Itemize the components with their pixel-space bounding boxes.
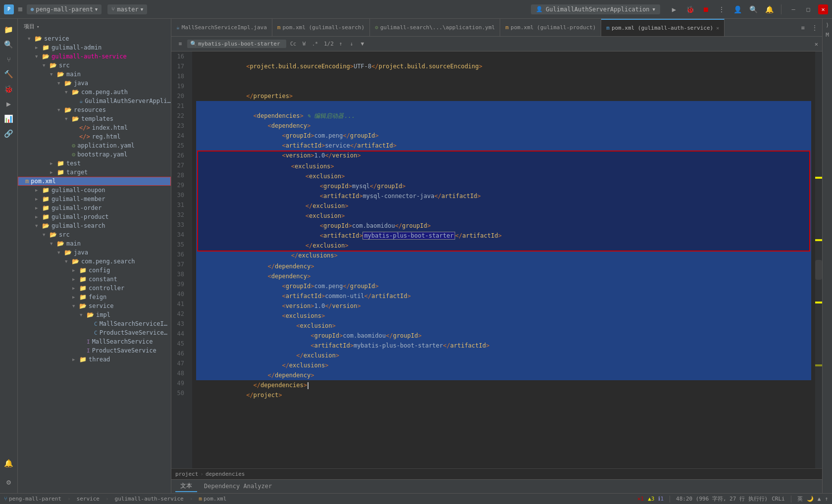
tree-item-constant[interactable]: ▶ 📁 constant: [18, 275, 171, 284]
status-arrow-icon[interactable]: ↑: [825, 496, 828, 502]
tab-pom-gulimall-auth-service[interactable]: m pom.xml (gulimall-auth-service) ✕: [601, 19, 725, 36]
tab-mall-search-service-impl[interactable]: ☕ MallSearchServiceImpl.java: [171, 19, 272, 36]
tree-item-index-html[interactable]: </> index.html: [18, 123, 171, 132]
branch-selector[interactable]: ⑂ master ▼: [107, 4, 147, 14]
hamburger-menu[interactable]: ≡: [18, 4, 23, 14]
tree-item-reg-html[interactable]: </> reg.html: [18, 132, 171, 141]
tree-item-mall-search-service[interactable]: I MallSearchService: [18, 337, 171, 346]
tree-item-gulimall-coupon[interactable]: ▶ 📁 gulimall-coupon: [18, 186, 171, 195]
debug-button[interactable]: 🐞: [684, 3, 696, 15]
tree-item-controller[interactable]: ▶ 📁 controller: [18, 284, 171, 293]
code-editor[interactable]: <project.build.sourceEncoding>UTF-8</pro…: [192, 51, 815, 468]
close-button[interactable]: ✕: [818, 4, 828, 14]
tree-item-gulimall-order[interactable]: ▶ 📁 gulimall-order: [18, 203, 171, 212]
sidebar-icon-debug[interactable]: 🐞: [2, 82, 16, 96]
status-encoding[interactable]: CRLi: [772, 496, 785, 502]
tree-item-main[interactable]: ▼ 📂 main: [18, 70, 171, 79]
tree-item-application-yaml[interactable]: ⚙ application.yaml: [18, 141, 171, 150]
stop-button[interactable]: ⏹: [700, 3, 712, 15]
status-moon[interactable]: 🌙: [807, 496, 814, 502]
notifications-icon[interactable]: 🔔: [763, 3, 775, 15]
right-sidebar-icon-1[interactable]: ⟩: [824, 21, 832, 29]
tree-item-gulimall-auth-server-application[interactable]: ☕ GulimallAuthServerApplication: [18, 97, 171, 105]
status-service[interactable]: service: [77, 496, 100, 502]
tree-item-src[interactable]: ▼ 📂 src: [18, 61, 171, 70]
case-sensitive-btn[interactable]: Cc: [288, 40, 298, 48]
sidebar-icon-build[interactable]: 🔨: [2, 67, 16, 81]
run-button[interactable]: ▶: [668, 3, 680, 15]
tree-item-bootstrap-yaml[interactable]: ⚙ bootstrap.yaml: [18, 150, 171, 159]
tree-item-mall-search-service-impl[interactable]: C MallSearchServiceImpl: [18, 319, 171, 328]
maximize-button[interactable]: □: [803, 4, 813, 14]
breadcrumb-dependencies[interactable]: dependencies: [206, 471, 245, 477]
search-prev-btn[interactable]: ↑: [336, 39, 346, 49]
run-config-selector[interactable]: 👤 GulimallAuthServerApplication ▼: [531, 4, 660, 14]
tree-item-pom-xml[interactable]: m pom.xml: [18, 177, 171, 186]
tree-item-test[interactable]: ▶ 📁 test: [18, 159, 171, 168]
regex-btn[interactable]: .*: [310, 40, 320, 48]
tab-list-button[interactable]: ≡: [797, 22, 808, 33]
status-auth-service[interactable]: gulimall-auth-service: [115, 496, 184, 502]
right-sidebar-icon-2[interactable]: M: [824, 31, 832, 39]
sidebar-icon-project[interactable]: 📁: [2, 23, 16, 37]
tree-item-main2[interactable]: ▼ 📂 main: [18, 239, 171, 248]
tree-item-feign[interactable]: ▶ 📁 feign: [18, 293, 171, 302]
tab-application-yml[interactable]: ⚙ gulimall-search\...\application.yml: [370, 19, 500, 36]
tree-item-gulimall-admin[interactable]: ▶ 📁 gulimall-admin: [18, 43, 171, 52]
tree-item-gulimall-search[interactable]: ▼ 📂 gulimall-search: [18, 221, 171, 230]
status-project[interactable]: ⑂ peng-mall-parent: [4, 496, 61, 502]
sidebar-icon-find[interactable]: 🔍: [2, 38, 16, 51]
tree-item-com-peng-search[interactable]: ▼ 📂 com.peng.search: [18, 257, 171, 266]
sidebar-icon-run[interactable]: ▶: [2, 97, 16, 111]
search-everywhere-icon[interactable]: 🔍: [747, 3, 759, 15]
file-tree-header[interactable]: 项目 ▾: [18, 19, 171, 34]
sidebar-icon-settings[interactable]: ⚙: [2, 475, 16, 489]
breadcrumb-project[interactable]: project: [175, 471, 198, 477]
whole-word-btn[interactable]: W: [299, 40, 309, 48]
tab-close-button[interactable]: ✕: [716, 25, 719, 31]
tree-item-product-save-service[interactable]: I ProductSaveService: [18, 346, 171, 355]
status-lang[interactable]: 英: [797, 495, 803, 503]
status-up-icon[interactable]: ▲: [818, 496, 821, 502]
search-input[interactable]: 🔍 mybatis-plus-boot-starter: [187, 40, 286, 48]
tree-item-com-peng-auth[interactable]: ▼ 📂 com.peng.auth: [18, 88, 171, 97]
status-info-count[interactable]: ℹ1: [658, 496, 664, 502]
tab-more-button[interactable]: ⋮: [809, 22, 820, 33]
tree-item-config[interactable]: ▶ 📁 config: [18, 266, 171, 275]
tab-pom-gulimall-search[interactable]: m pom.xml (gulimall-search): [272, 19, 370, 36]
tree-item-service2[interactable]: ▼ 📂 service: [18, 302, 171, 310]
tree-item-src2[interactable]: ▼ 📂 src: [18, 230, 171, 239]
tree-item-java[interactable]: ▼ 📂 java: [18, 79, 171, 88]
tree-item-thread[interactable]: ▶ 📁 thread: [18, 355, 171, 364]
tree-item-gulimall-product[interactable]: ▶ 📁 gulimall-product: [18, 212, 171, 221]
status-position[interactable]: 48:20 (996 字符, 27 行 执行行): [676, 495, 768, 503]
search-next-btn[interactable]: ↓: [347, 39, 357, 49]
tree-item-service[interactable]: ▼ 📂 service: [18, 34, 171, 43]
tree-item-impl[interactable]: ▼ 📂 impl: [18, 310, 171, 319]
search-filter-btn[interactable]: ▼: [358, 39, 367, 49]
search-close-button[interactable]: ✕: [815, 41, 818, 48]
sidebar-icon-endpoints[interactable]: 🔗: [2, 127, 16, 141]
user-icon[interactable]: 👤: [731, 3, 743, 15]
tree-item-templates[interactable]: ▼ 📂 templates: [18, 114, 171, 123]
status-warning-count[interactable]: ▲3: [648, 496, 654, 502]
scrollbar-thumb[interactable]: [815, 260, 822, 280]
tree-item-gulimall-auth-service[interactable]: ▼ 📂 gulimall-auth-service: [18, 52, 171, 61]
tree-item-target[interactable]: ▶ 📁 target: [18, 168, 171, 177]
tree-item-resources[interactable]: ▼ 📂 resources: [18, 105, 171, 114]
tab-pom-gulimall-product[interactable]: m pom.xml (gulimall-product): [500, 19, 601, 36]
sidebar-icon-vcs[interactable]: ⑂: [2, 52, 16, 66]
project-selector[interactable]: ● peng-mall-parent ▼: [27, 4, 102, 14]
search-nav-left[interactable]: ≡: [175, 39, 185, 49]
status-file[interactable]: m pom.xml: [199, 496, 226, 502]
tree-item-gulimall-member[interactable]: ▶ 📁 gulimall-member: [18, 195, 171, 203]
sidebar-icon-notifications[interactable]: 🔔: [2, 456, 16, 470]
bottom-tab-text[interactable]: 文本: [175, 481, 197, 492]
bottom-tab-dependency-analyzer[interactable]: Dependency Analyzer: [199, 482, 277, 492]
status-error-count[interactable]: ✕1: [637, 496, 644, 502]
tree-item-java2[interactable]: ▼ 📂 java: [18, 248, 171, 257]
sidebar-icon-profiler[interactable]: 📊: [2, 112, 16, 126]
more-actions[interactable]: ⋮: [716, 3, 728, 15]
minimize-button[interactable]: —: [788, 4, 798, 14]
tree-item-product-save-service-impl[interactable]: C ProductSaveServiceImpl: [18, 328, 171, 337]
